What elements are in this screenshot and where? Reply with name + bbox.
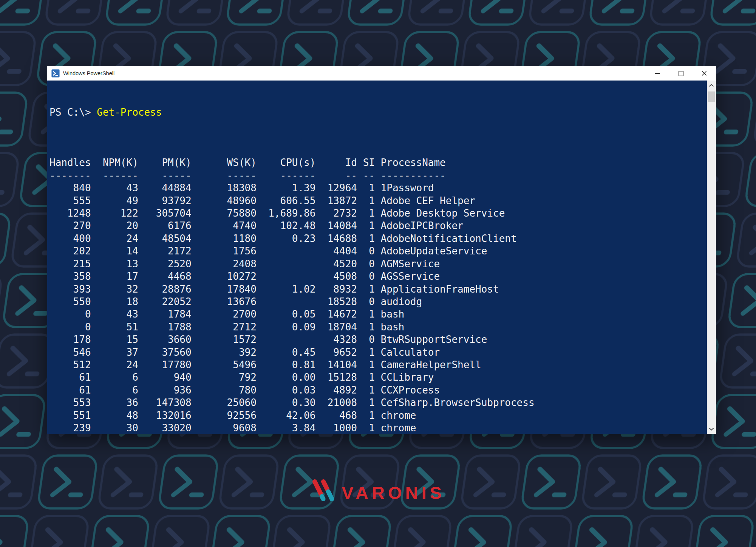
scroll-up-button[interactable] (707, 81, 716, 90)
desktop-background: Windows PowerShell PS C:\> Get-Proce (0, 0, 756, 547)
window-title: Windows PowerShell (63, 70, 646, 76)
minimize-button[interactable] (646, 66, 669, 81)
chevron-up-icon (709, 84, 714, 87)
scrollbar[interactable] (707, 81, 716, 434)
minimize-icon (655, 73, 660, 74)
varonis-logo-mark (311, 479, 336, 502)
close-button[interactable] (693, 66, 716, 81)
title-bar[interactable]: Windows PowerShell (47, 66, 716, 81)
command-text: Get-Process (97, 107, 162, 118)
maximize-button[interactable] (669, 66, 693, 81)
varonis-logo: VARONIS (0, 478, 756, 503)
process-table: Handles NPM(K) PM(K) WS(K) CPU(s) Id SI … (49, 144, 707, 434)
prompt-text: PS C:\> (49, 107, 97, 118)
window-body: PS C:\> Get-Process Handles NPM(K) PM(K)… (47, 81, 716, 434)
scrollbar-thumb[interactable] (708, 91, 715, 102)
close-icon (702, 71, 707, 76)
varonis-wordmark: VARONIS (342, 482, 445, 503)
chevron-down-icon (709, 428, 714, 431)
maximize-icon (679, 71, 683, 76)
powershell-window: Windows PowerShell PS C:\> Get-Proce (47, 66, 716, 434)
console-output[interactable]: PS C:\> Get-Process Handles NPM(K) PM(K)… (47, 81, 707, 434)
scroll-down-button[interactable] (707, 424, 716, 434)
window-controls (646, 66, 716, 81)
powershell-icon (51, 69, 60, 77)
command-line: PS C:\> Get-Process (49, 106, 707, 119)
